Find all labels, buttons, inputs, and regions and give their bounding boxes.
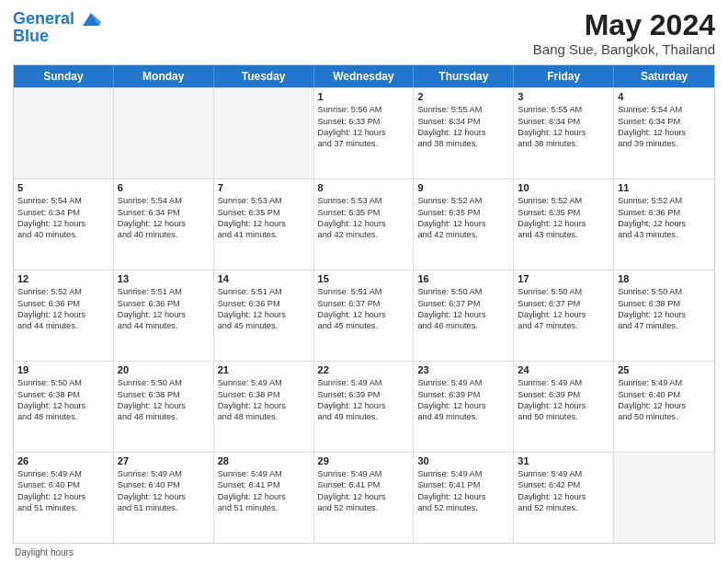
calendar-header-cell: Saturday — [614, 65, 714, 87]
day-number: 14 — [218, 273, 310, 284]
calendar-row: 12Sunrise: 5:52 AMSunset: 6:36 PMDayligh… — [14, 270, 714, 361]
day-number: 29 — [318, 455, 410, 466]
day-number: 27 — [118, 455, 210, 466]
calendar-cell: 24Sunrise: 5:49 AMSunset: 6:39 PMDayligh… — [514, 362, 614, 452]
day-number: 3 — [518, 91, 609, 102]
day-number: 31 — [518, 455, 609, 466]
calendar-cell: 6Sunrise: 5:54 AMSunset: 6:34 PMDaylight… — [114, 179, 214, 270]
day-number: 9 — [417, 182, 509, 193]
day-info: Sunrise: 5:49 AMSunset: 6:39 PMDaylight:… — [417, 377, 509, 423]
day-number: 6 — [118, 182, 210, 193]
day-info: Sunrise: 5:50 AMSunset: 6:38 PMDaylight:… — [118, 377, 210, 423]
day-number: 23 — [417, 364, 509, 375]
calendar-header-cell: Wednesday — [314, 65, 415, 87]
calendar-cell: 12Sunrise: 5:52 AMSunset: 6:36 PMDayligh… — [14, 270, 114, 361]
day-info: Sunrise: 5:55 AMSunset: 6:34 PMDaylight:… — [417, 104, 509, 150]
calendar-cell: 26Sunrise: 5:49 AMSunset: 6:40 PMDayligh… — [14, 453, 114, 543]
calendar-header-cell: Sunday — [14, 65, 114, 87]
day-info: Sunrise: 5:51 AMSunset: 6:36 PMDaylight:… — [218, 286, 310, 332]
calendar-row: 5Sunrise: 5:54 AMSunset: 6:34 PMDaylight… — [14, 178, 714, 270]
day-number: 16 — [417, 273, 509, 284]
calendar-cell: 16Sunrise: 5:50 AMSunset: 6:37 PMDayligh… — [414, 270, 514, 361]
logo-blue: Blue — [13, 28, 101, 46]
calendar-cell — [614, 453, 714, 543]
calendar-cell: 7Sunrise: 5:53 AMSunset: 6:35 PMDaylight… — [214, 179, 314, 270]
day-number: 30 — [417, 455, 509, 466]
day-info: Sunrise: 5:49 AMSunset: 6:39 PMDaylight:… — [318, 377, 410, 423]
day-number: 12 — [17, 273, 109, 284]
day-number: 1 — [318, 91, 410, 102]
calendar-cell: 21Sunrise: 5:49 AMSunset: 6:38 PMDayligh… — [214, 362, 314, 452]
calendar-cell — [214, 88, 314, 178]
calendar-body: 1Sunrise: 5:56 AMSunset: 6:33 PMDaylight… — [14, 87, 714, 543]
day-number: 20 — [118, 364, 210, 375]
day-info: Sunrise: 5:55 AMSunset: 6:34 PMDaylight:… — [518, 104, 609, 150]
calendar-cell: 2Sunrise: 5:55 AMSunset: 6:34 PMDaylight… — [414, 88, 514, 178]
day-info: Sunrise: 5:53 AMSunset: 6:35 PMDaylight:… — [318, 195, 410, 241]
day-number: 11 — [618, 182, 711, 193]
calendar-cell: 14Sunrise: 5:51 AMSunset: 6:36 PMDayligh… — [214, 270, 314, 361]
day-info: Sunrise: 5:49 AMSunset: 6:40 PMDaylight:… — [618, 377, 711, 423]
calendar-cell: 1Sunrise: 5:56 AMSunset: 6:33 PMDaylight… — [314, 88, 415, 178]
calendar-cell: 25Sunrise: 5:49 AMSunset: 6:40 PMDayligh… — [614, 362, 714, 452]
day-number: 2 — [417, 91, 509, 102]
day-info: Sunrise: 5:52 AMSunset: 6:35 PMDaylight:… — [518, 195, 609, 241]
calendar-header: SundayMondayTuesdayWednesdayThursdayFrid… — [14, 65, 714, 87]
day-number: 22 — [318, 364, 410, 375]
day-number: 8 — [318, 182, 410, 193]
subtitle: Bang Sue, Bangkok, Thailand — [533, 41, 715, 57]
day-info: Sunrise: 5:51 AMSunset: 6:37 PMDaylight:… — [318, 286, 410, 332]
calendar-cell: 17Sunrise: 5:50 AMSunset: 6:37 PMDayligh… — [514, 270, 614, 361]
calendar-row: 26Sunrise: 5:49 AMSunset: 6:40 PMDayligh… — [14, 452, 714, 543]
day-number: 13 — [118, 273, 210, 284]
day-info: Sunrise: 5:49 AMSunset: 6:41 PMDaylight:… — [318, 468, 410, 514]
day-info: Sunrise: 5:51 AMSunset: 6:36 PMDaylight:… — [118, 286, 210, 332]
day-info: Sunrise: 5:49 AMSunset: 6:38 PMDaylight:… — [218, 377, 310, 423]
day-info: Sunrise: 5:54 AMSunset: 6:34 PMDaylight:… — [618, 104, 711, 150]
calendar-cell: 23Sunrise: 5:49 AMSunset: 6:39 PMDayligh… — [414, 362, 514, 452]
calendar-cell: 13Sunrise: 5:51 AMSunset: 6:36 PMDayligh… — [114, 270, 214, 361]
page: General Blue May 2024 Bang Sue, Bangkok,… — [0, 0, 728, 563]
calendar-row: 19Sunrise: 5:50 AMSunset: 6:38 PMDayligh… — [14, 361, 714, 452]
calendar-cell: 19Sunrise: 5:50 AMSunset: 6:38 PMDayligh… — [14, 362, 114, 452]
calendar-cell — [14, 88, 114, 178]
calendar-cell: 15Sunrise: 5:51 AMSunset: 6:37 PMDayligh… — [314, 270, 415, 361]
day-number: 17 — [518, 273, 609, 284]
day-info: Sunrise: 5:56 AMSunset: 6:33 PMDaylight:… — [318, 104, 410, 150]
day-info: Sunrise: 5:49 AMSunset: 6:40 PMDaylight:… — [118, 468, 210, 514]
calendar-cell: 20Sunrise: 5:50 AMSunset: 6:38 PMDayligh… — [114, 362, 214, 452]
calendar-cell: 28Sunrise: 5:49 AMSunset: 6:41 PMDayligh… — [214, 453, 314, 543]
logo-icon — [81, 9, 101, 29]
day-number: 5 — [17, 182, 109, 193]
calendar-cell: 9Sunrise: 5:52 AMSunset: 6:35 PMDaylight… — [414, 179, 514, 270]
main-title: May 2024 — [533, 9, 715, 41]
day-info: Sunrise: 5:52 AMSunset: 6:36 PMDaylight:… — [618, 195, 711, 241]
calendar-cell: 4Sunrise: 5:54 AMSunset: 6:34 PMDaylight… — [614, 88, 714, 178]
day-info: Sunrise: 5:54 AMSunset: 6:34 PMDaylight:… — [17, 195, 109, 241]
day-number: 28 — [218, 455, 310, 466]
day-number: 4 — [618, 91, 711, 102]
day-number: 19 — [17, 364, 109, 375]
calendar-cell: 11Sunrise: 5:52 AMSunset: 6:36 PMDayligh… — [614, 179, 714, 270]
day-info: Sunrise: 5:50 AMSunset: 6:37 PMDaylight:… — [417, 286, 509, 332]
logo: General Blue — [13, 9, 101, 46]
calendar-cell: 30Sunrise: 5:49 AMSunset: 6:41 PMDayligh… — [414, 453, 514, 543]
day-info: Sunrise: 5:50 AMSunset: 6:38 PMDaylight:… — [17, 377, 109, 423]
day-info: Sunrise: 5:50 AMSunset: 6:37 PMDaylight:… — [518, 286, 609, 332]
calendar-cell: 5Sunrise: 5:54 AMSunset: 6:34 PMDaylight… — [14, 179, 114, 270]
day-info: Sunrise: 5:50 AMSunset: 6:38 PMDaylight:… — [618, 286, 711, 332]
calendar: SundayMondayTuesdayWednesdayThursdayFrid… — [13, 64, 715, 544]
day-info: Sunrise: 5:49 AMSunset: 6:41 PMDaylight:… — [218, 468, 310, 514]
day-info: Sunrise: 5:53 AMSunset: 6:35 PMDaylight:… — [218, 195, 310, 241]
day-info: Sunrise: 5:49 AMSunset: 6:41 PMDaylight:… — [417, 468, 509, 514]
day-info: Sunrise: 5:49 AMSunset: 6:42 PMDaylight:… — [518, 468, 609, 514]
footer-note: Daylight hours — [13, 547, 715, 557]
calendar-cell: 18Sunrise: 5:50 AMSunset: 6:38 PMDayligh… — [614, 270, 714, 361]
day-number: 21 — [218, 364, 310, 375]
day-number: 15 — [318, 273, 410, 284]
calendar-cell: 3Sunrise: 5:55 AMSunset: 6:34 PMDaylight… — [514, 88, 614, 178]
title-block: May 2024 Bang Sue, Bangkok, Thailand — [533, 9, 715, 57]
calendar-header-cell: Friday — [514, 65, 614, 87]
logo-general: General — [13, 9, 74, 28]
calendar-row: 1Sunrise: 5:56 AMSunset: 6:33 PMDaylight… — [14, 87, 714, 178]
